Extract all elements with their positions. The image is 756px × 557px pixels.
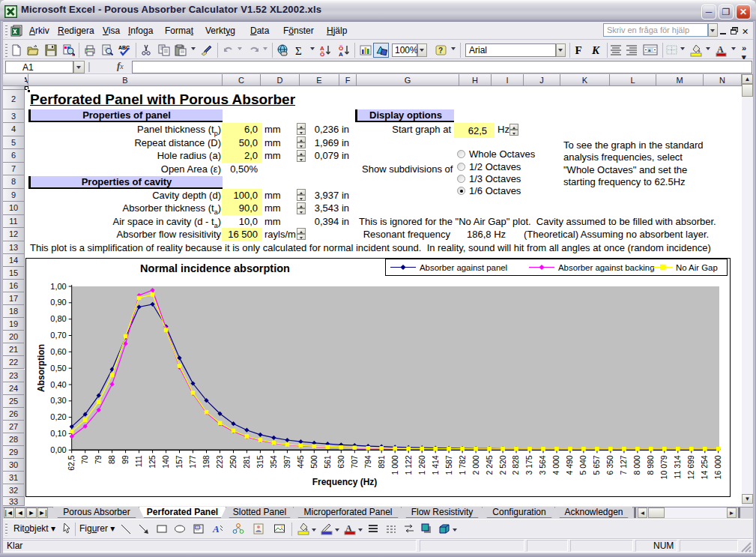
svg-text:16 000: 16 000 [713,455,722,479]
svg-text:3 175: 3 175 [525,455,534,475]
svg-text:707: 707 [350,455,359,469]
svg-text:198: 198 [202,455,211,469]
svg-text:0,60: 0,60 [50,347,66,356]
svg-text:12 699: 12 699 [686,455,695,479]
svg-text:315: 315 [255,455,264,469]
svg-text:1 122: 1 122 [404,455,413,475]
svg-text:88: 88 [107,455,116,464]
svg-text:2 828: 2 828 [512,455,521,475]
svg-text:157: 157 [175,455,184,469]
svg-text:A: A [212,523,220,535]
svg-text:1 000: 1 000 [390,455,399,475]
svg-text:561: 561 [323,455,332,469]
svg-text:Σ: Σ [295,45,302,57]
svg-text:Absorber against backing: Absorber against backing [558,263,655,272]
svg-text:Absorber against panel: Absorber against panel [420,263,507,272]
svg-text:2 520: 2 520 [498,455,507,475]
svg-text:0,30: 0,30 [50,396,66,405]
svg-text:Ö: Ö [320,51,324,57]
svg-text:0,80: 0,80 [50,314,66,323]
svg-text:Frequency (Hz): Frequency (Hz) [312,477,378,487]
svg-text:140: 140 [161,455,170,469]
svg-text:223: 223 [215,455,224,469]
svg-text:11 314: 11 314 [673,455,682,478]
svg-text:1 782: 1 782 [458,455,467,475]
svg-text:1 587: 1 587 [444,455,453,475]
svg-text:?: ? [438,46,443,55]
svg-text:0,50: 0,50 [50,364,66,373]
svg-text:62,5: 62,5 [67,455,76,471]
svg-text:1 260: 1 260 [417,455,426,475]
svg-text:0,10: 0,10 [50,429,66,438]
svg-text:8 980: 8 980 [646,455,655,475]
svg-text:70: 70 [80,455,89,464]
svg-text:177: 177 [188,455,197,469]
svg-text:630: 630 [336,455,345,469]
svg-text:500: 500 [309,455,318,469]
svg-text:354: 354 [269,455,278,469]
svg-text:0,00: 0,00 [50,445,66,454]
svg-text:3 564: 3 564 [539,455,548,475]
svg-text:445: 445 [296,455,305,469]
svg-text:14 254: 14 254 [700,455,709,479]
svg-text:4 000: 4 000 [552,455,561,475]
svg-text:2 000: 2 000 [471,455,480,475]
svg-text:Absorption: Absorption [36,344,46,392]
svg-text:Normal incidence absorption: Normal incidence absorption [140,262,290,274]
svg-text:0,90: 0,90 [50,298,66,307]
svg-text:5 657: 5 657 [592,455,601,475]
svg-text:1,00: 1,00 [50,282,66,291]
svg-text:0,20: 0,20 [50,412,66,421]
svg-text:6 350: 6 350 [605,455,614,475]
svg-text:397: 397 [282,455,291,469]
svg-text:99: 99 [121,455,130,464]
svg-text:111: 111 [134,455,143,467]
svg-text:7 127: 7 127 [619,455,628,475]
svg-text:250: 250 [229,455,238,469]
svg-text:8 000: 8 000 [632,455,641,475]
svg-text:2 245: 2 245 [485,455,494,475]
svg-text:4 490: 4 490 [566,455,575,475]
svg-text:1 414: 1 414 [431,455,440,475]
svg-text:125: 125 [148,455,157,469]
svg-text:891: 891 [377,455,386,469]
svg-text:0,70: 0,70 [50,331,66,340]
svg-text:794: 794 [363,455,372,469]
svg-text:A: A [339,51,343,57]
svg-text:79: 79 [94,455,103,464]
svg-text:0,40: 0,40 [50,380,66,389]
svg-text:5 040: 5 040 [578,455,587,475]
svg-text:10 079: 10 079 [659,455,668,479]
svg-text:No Air Gap: No Air Gap [676,263,718,272]
svg-text:281: 281 [242,455,251,469]
